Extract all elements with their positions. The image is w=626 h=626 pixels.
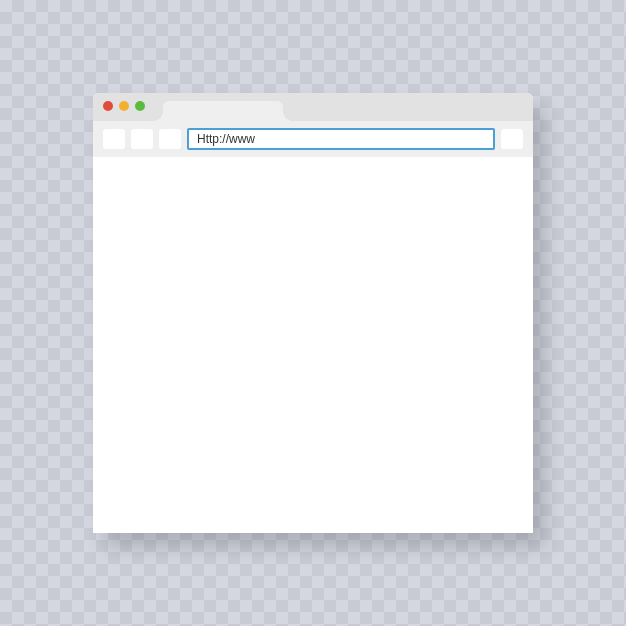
back-button[interactable] xyxy=(103,129,125,149)
content-area xyxy=(93,157,533,533)
browser-window: Http://www xyxy=(93,93,533,533)
title-bar xyxy=(93,93,533,121)
toolbar: Http://www xyxy=(93,121,533,157)
maximize-icon[interactable] xyxy=(135,101,145,111)
minimize-icon[interactable] xyxy=(119,101,129,111)
address-text: Http://www xyxy=(197,132,255,146)
window-controls xyxy=(103,101,145,111)
menu-button[interactable] xyxy=(501,129,523,149)
forward-button[interactable] xyxy=(131,129,153,149)
address-bar[interactable]: Http://www xyxy=(187,128,495,150)
refresh-button[interactable] xyxy=(159,129,181,149)
close-icon[interactable] xyxy=(103,101,113,111)
browser-tab[interactable] xyxy=(163,101,283,121)
